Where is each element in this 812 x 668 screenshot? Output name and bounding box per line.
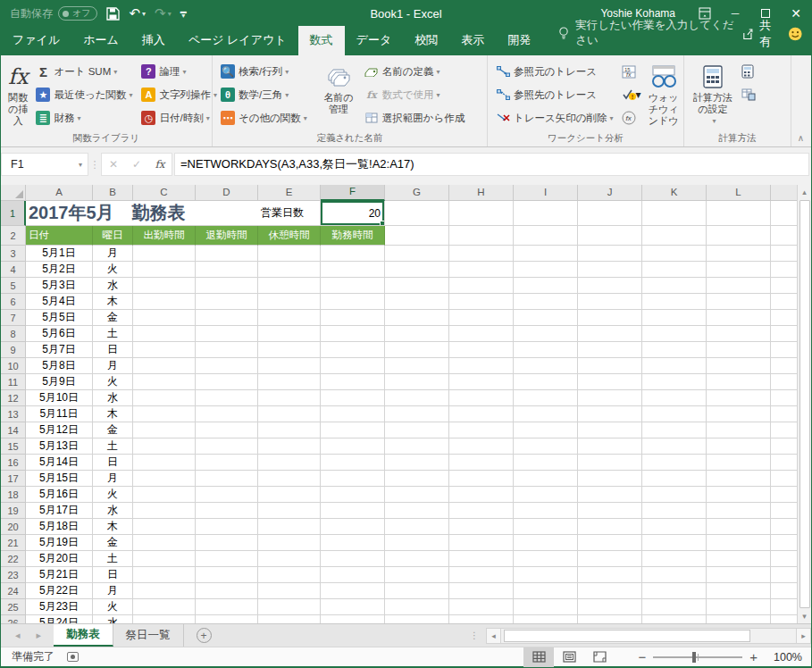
row-header-17[interactable]: 17 <box>1 471 26 487</box>
cell-A18-date[interactable]: 5月16日 <box>26 487 93 503</box>
cell-F-row[interactable] <box>321 487 385 503</box>
column-header-G[interactable]: G <box>385 185 449 201</box>
cell-K-row[interactable] <box>642 455 707 471</box>
cell-G-row[interactable] <box>385 422 449 438</box>
cell-G-row[interactable] <box>385 310 449 326</box>
cell-I-row[interactable] <box>514 615 578 623</box>
cell-K-row[interactable] <box>642 471 707 487</box>
cell-E-row[interactable] <box>258 535 321 551</box>
cell-F-row[interactable] <box>321 455 385 471</box>
cell-partial-row[interactable] <box>771 358 797 374</box>
cell-partial-row[interactable] <box>771 455 797 471</box>
cell-K-row[interactable] <box>642 487 707 503</box>
row-header-18[interactable]: 18 <box>1 487 26 503</box>
cell-partial-row[interactable] <box>771 326 797 342</box>
cell-G-row[interactable] <box>385 455 449 471</box>
cell-G-row[interactable] <box>385 615 449 623</box>
tab-insert[interactable]: 挿入 <box>130 26 177 55</box>
cell-A24-date[interactable]: 5月22日 <box>26 583 93 599</box>
cell-J-row[interactable] <box>578 294 642 310</box>
cell-F-row[interactable] <box>321 310 385 326</box>
cell-J-row[interactable] <box>578 342 642 358</box>
cell-J-row[interactable] <box>578 278 642 294</box>
cell-B14-weekday[interactable]: 金 <box>93 422 133 438</box>
cell-I-row[interactable] <box>514 201 578 226</box>
row-header-13[interactable]: 13 <box>1 406 26 422</box>
cell-B16-weekday[interactable]: 日 <box>93 455 133 471</box>
cell-D-row[interactable] <box>196 358 258 374</box>
cell-J-row[interactable] <box>578 519 642 535</box>
cell-I-row[interactable] <box>514 583 578 599</box>
cell-I-row[interactable] <box>514 326 578 342</box>
cell-H-row[interactable] <box>449 201 514 226</box>
cell-A5-date[interactable]: 5月3日 <box>26 278 93 294</box>
row-header-7[interactable]: 7 <box>1 310 26 326</box>
cell-H-row[interactable] <box>449 374 514 390</box>
cell-B19-weekday[interactable]: 水 <box>93 503 133 519</box>
cancel-entry-button[interactable]: ✕ <box>102 158 125 171</box>
formula-bar-splitter[interactable]: ⋮ <box>88 159 101 171</box>
error-checking-button[interactable]: ! ▾ <box>618 83 645 106</box>
cell-I-row[interactable] <box>514 342 578 358</box>
cell-H-row[interactable] <box>449 583 514 599</box>
cell-B21-weekday[interactable]: 金 <box>93 535 133 551</box>
cell-partial-row[interactable] <box>771 278 797 294</box>
cell-G-row[interactable] <box>385 583 449 599</box>
cell-F-row[interactable] <box>321 390 385 406</box>
cell-E-row[interactable] <box>258 471 321 487</box>
cell-I-row[interactable] <box>514 294 578 310</box>
cell-J-row[interactable] <box>578 438 642 455</box>
fill-handle[interactable] <box>380 221 385 226</box>
cell-F-row[interactable] <box>321 294 385 310</box>
cell-A25-date[interactable]: 5月23日 <box>26 599 93 615</box>
cell-H-row[interactable] <box>449 262 514 278</box>
cell-F-row[interactable] <box>321 503 385 519</box>
cell-C-row[interactable] <box>133 326 196 342</box>
cell-J-row[interactable] <box>578 374 642 390</box>
cell-D-row[interactable] <box>196 326 258 342</box>
recent-functions-button[interactable]: ★ 最近使った関数▾ <box>31 83 137 106</box>
cell-K-row[interactable] <box>642 615 707 623</box>
redo-dropdown-icon[interactable]: ▾ <box>168 10 172 18</box>
row-header-21[interactable]: 21 <box>1 535 26 551</box>
horizontal-scroll-thumb[interactable] <box>504 630 750 642</box>
cell-partial-row[interactable] <box>771 406 797 422</box>
cell-G-row[interactable] <box>385 438 449 455</box>
cell-K-row[interactable] <box>642 406 707 422</box>
cell-D-row[interactable] <box>196 262 258 278</box>
cell-A20-date[interactable]: 5月18日 <box>26 519 93 535</box>
cell-G-row[interactable] <box>385 551 449 567</box>
cell-K-row[interactable] <box>642 567 707 583</box>
scroll-right-icon[interactable]: ▸ <box>796 628 811 644</box>
horizontal-scrollbar[interactable] <box>501 628 796 644</box>
confirm-entry-button[interactable]: ✓ <box>125 158 148 171</box>
row-header-12[interactable]: 12 <box>1 390 26 406</box>
autosave-toggle[interactable]: オフ <box>58 6 97 21</box>
cell-G-row[interactable] <box>385 278 449 294</box>
cell-H-row[interactable] <box>449 567 514 583</box>
cell-D-row[interactable] <box>196 471 258 487</box>
cell-partial-row[interactable] <box>771 390 797 406</box>
cell-J-row[interactable] <box>578 535 642 551</box>
cell-C-row[interactable] <box>133 406 196 422</box>
calculate-sheet-button[interactable] <box>738 83 759 106</box>
share-button[interactable]: 共有 <box>742 18 780 50</box>
cell-F-row[interactable] <box>321 583 385 599</box>
cell-K-row[interactable] <box>642 226 707 246</box>
cell-L-row[interactable] <box>707 326 771 342</box>
cell-H-row[interactable] <box>449 438 514 455</box>
cell-K-row[interactable] <box>642 278 707 294</box>
cell-G-row[interactable] <box>385 471 449 487</box>
cell-C-row[interactable] <box>133 310 196 326</box>
cell-D-row[interactable] <box>196 342 258 358</box>
cell-C-row[interactable] <box>133 583 196 599</box>
cell-H-row[interactable] <box>449 310 514 326</box>
cell-partial-row[interactable] <box>771 246 797 262</box>
cell-E-row[interactable] <box>258 438 321 455</box>
cell-A15-date[interactable]: 5月13日 <box>26 438 93 455</box>
cell-F-row[interactable] <box>321 422 385 438</box>
cell-H-row[interactable] <box>449 422 514 438</box>
cell-K-row[interactable] <box>642 310 707 326</box>
calculation-options-button[interactable]: 計算方法の設定 ▾ <box>688 58 738 131</box>
cell-G-row[interactable] <box>385 503 449 519</box>
